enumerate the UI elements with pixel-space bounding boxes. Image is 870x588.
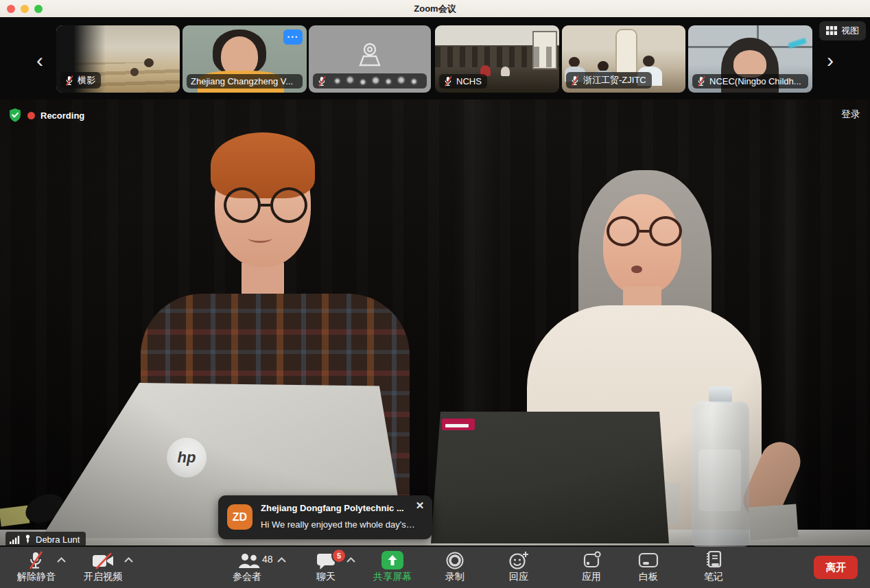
leave-meeting-button[interactable]: 离开 (814, 556, 858, 579)
meeting-toolbar: 解除静音 开启视频 48 参会者 5 聊天 (0, 547, 870, 588)
recording-label: Recording (40, 110, 84, 121)
reactions-label: 回应 (509, 571, 528, 583)
pin-icon (23, 534, 32, 544)
whiteboard-icon (638, 552, 659, 569)
share-screen-icon (381, 551, 403, 569)
participant-thumbnail[interactable]: NCHS (435, 25, 559, 93)
active-speaker-video: hp Recording 登录 Debra Lunt (0, 99, 870, 547)
student-figure (130, 68, 139, 76)
mic-options-caret[interactable] (57, 557, 66, 563)
attendee-figure (569, 57, 580, 67)
chat-options-caret[interactable] (346, 557, 355, 563)
speaker-name: Debra Lunt (36, 534, 80, 545)
participant-name: NCHS (456, 76, 482, 86)
security-shield-icon (8, 108, 22, 123)
unmute-label: 解除静音 (17, 571, 56, 583)
whiteboard-label: 白板 (639, 571, 658, 583)
participants-icon (237, 552, 260, 569)
chat-label: 聊天 (316, 571, 336, 583)
attendee-figure (643, 56, 655, 67)
recording-dot (27, 112, 35, 119)
chat-message-preview: Hi We really enjoyed the whole day's… (261, 519, 420, 530)
zoom-meeting-window: Zoom会议 ‹ › 横影 ··· Zhejiang Changzheng V. (0, 0, 870, 588)
participant-thumbnail[interactable]: 浙江工贸-ZJITC (562, 25, 685, 93)
participant-name: NCEC(Ningbo Childh... (709, 76, 801, 86)
bookshelf-texture (435, 47, 559, 67)
window-title: Zoom会议 (0, 3, 870, 15)
participant-name-label: 横影 (60, 72, 101, 89)
participant-name-label (313, 73, 427, 89)
record-label: 录制 (445, 571, 465, 583)
recording-indicator: Recording (8, 108, 84, 123)
grid-view-icon (826, 26, 837, 36)
chat-avatar: ZD (227, 504, 252, 530)
participant-name-label: Zhejiang Changzheng V... (187, 74, 303, 89)
video-options-caret[interactable] (124, 557, 133, 563)
participant-name: 横影 (78, 74, 95, 86)
person-face (733, 50, 766, 78)
participant-name-label: 浙江工贸-ZJITC (566, 72, 652, 89)
record-icon (445, 551, 465, 570)
attendee-figure (598, 61, 609, 71)
view-button-label: 视图 (841, 25, 859, 37)
participant-thumbnail[interactable]: NCEC(Ningbo Childh... (688, 25, 812, 93)
door-shape (615, 29, 637, 74)
speaker-name-tag: Debra Lunt (5, 532, 86, 547)
participant-thumbnail[interactable] (309, 25, 431, 93)
student-figure (144, 58, 154, 67)
participant-name-label: NCEC(Ningbo Childh... (692, 74, 808, 89)
video-off-icon (92, 553, 114, 569)
view-button[interactable]: 视图 (819, 21, 866, 40)
window-titlebar: Zoom会议 (0, 0, 870, 17)
notes-label: 笔记 (704, 571, 723, 583)
chat-sender-name: Zhejiang Dongfang Polytechnic ... (261, 503, 415, 513)
filmstrip-next-button[interactable]: › (822, 50, 838, 71)
participant-name-label: NCHS (439, 74, 487, 89)
participants-count: 48 (262, 554, 273, 565)
ptz-camera-icon (355, 42, 384, 69)
muted-mic-icon (317, 76, 327, 86)
muted-mic-icon (443, 76, 453, 86)
participant-thumbnail[interactable]: 横影 (56, 25, 180, 93)
muted-mic-icon (696, 76, 706, 86)
participant-name: Zhejiang Changzheng V... (191, 76, 293, 86)
participants-label: 参会者 (233, 571, 261, 583)
share-screen-label: 共享屏幕 (373, 571, 412, 583)
notes-icon (705, 550, 722, 569)
participant-filmstrip: ‹ › 横影 ··· Zhejiang Changzheng V... (0, 17, 870, 99)
close-icon[interactable]: ✕ (414, 499, 426, 512)
participants-options-caret[interactable] (277, 557, 286, 563)
signal-strength-icon (10, 535, 20, 544)
vignette-overlay (0, 99, 870, 547)
thumbnail-more-button[interactable]: ··· (283, 30, 303, 45)
muted-mic-icon (64, 75, 74, 86)
apps-icon (582, 551, 601, 570)
sign-in-link[interactable]: 登录 (841, 108, 860, 121)
participant-name: 浙江工贸-ZJITC (583, 74, 646, 86)
reactions-smiley-icon (508, 551, 529, 570)
apps-label: 应用 (582, 571, 601, 583)
attendee-figure (501, 67, 510, 76)
muted-mic-icon (570, 75, 580, 86)
chat-unread-badge: 5 (331, 548, 346, 563)
participant-name-illegible (330, 75, 421, 86)
start-video-label: 开启视频 (84, 571, 122, 583)
muted-mic-icon (27, 551, 45, 570)
participant-thumbnail[interactable]: ··· Zhejiang Changzheng V... (183, 25, 307, 93)
filmstrip-prev-button[interactable]: ‹ (32, 50, 48, 71)
chat-notification-popup[interactable]: ZD Zhejiang Dongfang Polytechnic ... Hi … (218, 495, 432, 539)
